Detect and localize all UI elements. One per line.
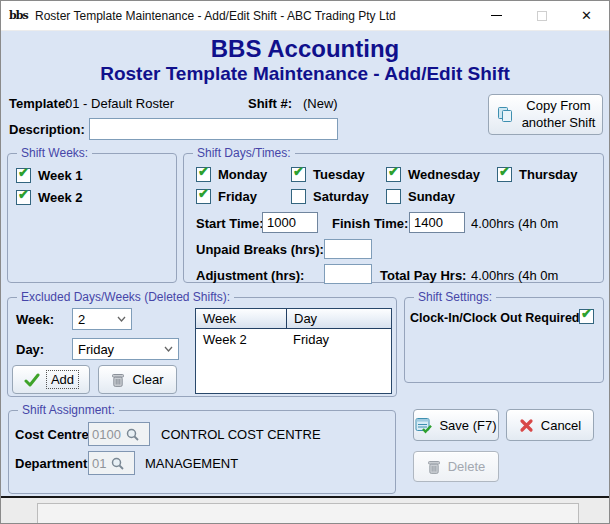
day-label: Day: [16,342,44,357]
wednesday-label: Wednesday [408,167,480,182]
chevron-down-icon [117,316,126,322]
copy-icon [496,105,515,124]
cost-centre-lookup[interactable]: 0100 [88,422,150,446]
description-input[interactable] [89,118,338,140]
start-time-input[interactable] [262,212,318,233]
minimize-icon [491,15,502,16]
check-icon: ✔ [293,165,304,178]
excluded-shifts-table: Week Day Week 2 Friday [195,308,392,394]
table-header: Week Day [196,309,391,329]
friday-checkbox[interactable]: ✔ [196,189,211,204]
sunday-label: Sunday [408,189,455,204]
table-row[interactable]: Week 2 Friday [196,329,391,347]
week2-checkbox[interactable]: ✔ [16,190,31,205]
clock-in-out-checkbox[interactable]: ✔ [579,309,594,324]
close-icon: ✕ [581,9,592,22]
add-button[interactable]: Add [12,365,90,394]
department-code: 01 [92,456,106,471]
adjustment-input[interactable] [324,264,372,284]
maximize-icon [537,11,547,21]
day-select[interactable]: Friday [72,338,179,360]
saturday-checkbox[interactable] [291,189,306,204]
cost-centre-name: CONTROL COST CENTRE [161,427,321,442]
department-label: Department: [15,456,92,471]
add-button-label: Add [47,371,78,388]
search-icon [110,456,125,471]
shift-number-value: (New) [303,96,338,111]
clear-button-label: Clear [132,372,163,387]
chevron-down-icon [164,346,173,352]
cost-centre-code: 0100 [92,427,121,442]
sunday-checkbox[interactable] [386,189,401,204]
minimize-button[interactable] [474,1,519,30]
trash-icon [111,372,125,388]
tuesday-label: Tuesday [313,167,365,182]
shift-settings-group: Shift Settings: Clock-In/Clock Out Requi… [404,297,604,383]
delete-button-label: Delete [448,459,486,474]
friday-label: Friday [218,189,257,204]
cancel-icon [519,418,534,433]
shift-assignment-group-title: Shift Assignment: [18,403,119,417]
dialog-window: bbs Roster Template Maintenance - Add/Ed… [0,0,610,524]
copy-button-label-line2: another Shift [522,115,596,130]
total-pay-value: 4.00hrs (4h 0m [471,268,601,283]
week2-label: Week 2 [38,190,83,205]
save-button[interactable]: Save (F7) [413,409,499,441]
maximize-button [519,1,564,30]
week-select[interactable]: 2 [72,308,132,330]
thursday-label: Thursday [519,167,578,182]
shift-settings-group-title: Shift Settings: [414,290,496,304]
start-time-label: Start Time: [196,216,264,231]
copy-button-label-line1: Copy From [526,98,590,113]
adjustment-label: Adjustment (hrs): [196,268,304,283]
clock-in-out-label: Clock-In/Clock Out Required: [410,311,584,325]
check-icon: ✔ [18,188,29,201]
thursday-checkbox[interactable]: ✔ [497,167,512,182]
monday-label: Monday [218,167,267,182]
unpaid-breaks-input[interactable] [324,239,372,259]
cancel-button[interactable]: Cancel [506,409,594,441]
excluded-days-group-title: Excluded Days/Weeks (Deleted Shifts): [17,290,234,304]
tuesday-checkbox[interactable]: ✔ [291,167,306,182]
table-cell-day: Friday [286,329,391,347]
description-label: Description: [9,122,85,137]
app-icon: bbs [9,9,31,22]
table-cell-week: Week 2 [196,329,286,347]
table-header-week: Week [196,309,286,328]
shift-weeks-group-title: Shift Weeks: [17,146,92,160]
close-button[interactable]: ✕ [564,1,609,30]
week1-checkbox[interactable]: ✔ [16,168,31,183]
app-name-heading: BBS Accounting [1,35,609,63]
check-icon: ✔ [388,165,399,178]
week1-label: Week 1 [38,168,83,183]
saturday-label: Saturday [313,189,369,204]
shift-days-group: Shift Days/Times: ✔ Monday ✔ Tuesday ✔ W… [183,153,604,283]
monday-checkbox[interactable]: ✔ [196,167,211,182]
window-title: Roster Template Maintenance - Add/Edit S… [35,9,396,23]
template-value: 01 - Default Roster [65,96,174,111]
background-status-panel [37,503,579,523]
save-button-label: Save (F7) [439,418,496,433]
check-icon: ✔ [499,165,510,178]
check-icon: ✔ [198,187,209,200]
check-icon: ✔ [581,307,592,320]
delete-button: Delete [413,451,499,482]
copy-from-shift-button[interactable]: Copy From another Shift [488,94,603,135]
day-select-value: Friday [78,342,114,357]
department-name: MANAGEMENT [145,456,238,471]
save-icon [415,417,432,434]
finish-time-input[interactable] [409,212,465,233]
department-lookup[interactable]: 01 [88,451,135,475]
shift-number-label: Shift #: [248,96,292,111]
clear-button[interactable]: Clear [98,365,177,394]
table-header-day: Day [286,309,391,328]
finish-time-label: Finish Time: [332,216,408,231]
wednesday-checkbox[interactable]: ✔ [386,167,401,182]
search-icon [125,427,140,442]
shift-weeks-group: Shift Weeks: ✔ Week 1 ✔ Week 2 [7,153,177,283]
check-icon: ✔ [198,165,209,178]
background-window-strip [1,498,609,524]
cancel-button-label: Cancel [541,418,581,433]
check-icon: ✔ [18,166,29,179]
page-title: Roster Template Maintenance - Add/Edit S… [1,63,609,85]
